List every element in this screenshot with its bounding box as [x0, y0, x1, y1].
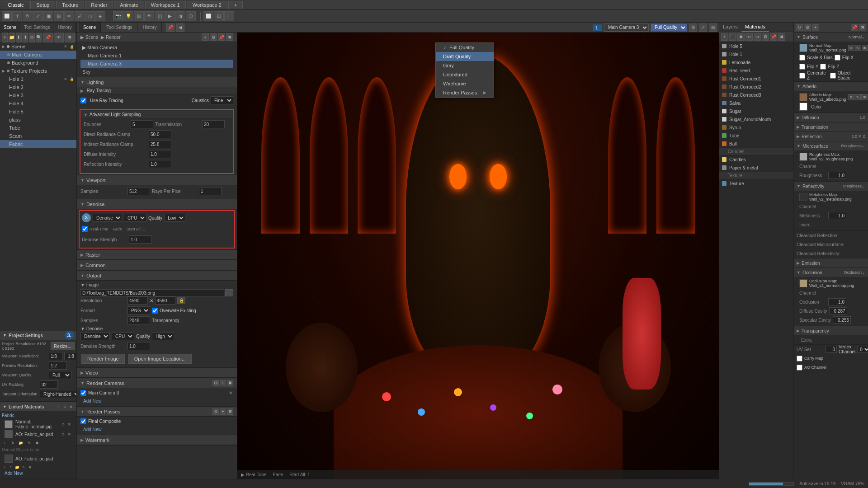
tool-paint[interactable]: 🖊	[75, 11, 85, 21]
mat-tool-2[interactable]: ⬛	[729, 33, 736, 41]
render-scene-close[interactable]: ✖	[226, 33, 233, 41]
output-header[interactable]: ▼ Output	[77, 271, 237, 281]
tab-texture[interactable]: Texture	[56, 1, 84, 9]
render-camera-checkbox[interactable]	[80, 390, 86, 396]
tree-item-glass[interactable]: glass	[0, 116, 76, 124]
render-scene-settings[interactable]: ⚙	[210, 33, 217, 41]
reflection-header[interactable]: ▶ Reflection 0.0 ✕ 0	[794, 132, 868, 141]
linked-mat-add[interactable]: +	[56, 404, 61, 409]
mat-edit[interactable]: ✎	[26, 440, 32, 446]
tree-item-lock[interactable]: 🔒	[69, 44, 75, 49]
open-image-location-btn[interactable]: Open Image Location...	[128, 354, 192, 364]
roughness-input[interactable]	[828, 172, 846, 179]
mat-tool-3[interactable]: ✖	[737, 33, 745, 41]
tool-rotate[interactable]: ↻	[23, 11, 33, 21]
normal-map-settings[interactable]: ⚙	[848, 45, 854, 51]
rays-input[interactable]	[199, 187, 222, 195]
center-collapse-btn[interactable]: ◀	[176, 23, 184, 32]
render-cameras-header[interactable]: ▼ Render Cameras ⚙ + ✖	[77, 378, 237, 388]
uv-set-input[interactable]	[826, 346, 837, 353]
tab-add[interactable]: +	[228, 1, 243, 9]
mat-tool-1[interactable]: +	[721, 33, 728, 41]
mat-item-rust2[interactable]: Rust Corroded2	[719, 83, 793, 91]
mat-item-tube[interactable]: Tube	[719, 131, 793, 140]
scene-settings[interactable]: ⚙	[29, 33, 35, 42]
hole1-visible[interactable]: 👁	[63, 76, 68, 82]
tree-item-hole5[interactable]: Hole 5	[0, 108, 76, 116]
render-cam-main[interactable]: ▶ Main Camera	[80, 43, 233, 52]
output-res-w[interactable]	[127, 296, 148, 305]
output-res-h[interactable]	[155, 296, 175, 305]
tool-snap[interactable]: ⊞	[54, 11, 64, 21]
watermark-header[interactable]: ▶ Watermark	[77, 435, 237, 445]
mat-item-hole5[interactable]: Hole 5	[719, 42, 793, 50]
mat-item-paper-metal[interactable]: Paper & metal	[719, 164, 793, 172]
linked-mat-close[interactable]: ✖	[68, 404, 74, 409]
transparency-header[interactable]: ▶ Transparency	[794, 326, 868, 335]
mat-remove[interactable]: ✖	[34, 440, 40, 446]
render-cameras-settings[interactable]: ⚙	[212, 380, 219, 386]
tool-erase[interactable]: ◻	[85, 11, 95, 21]
linked-mat-settings[interactable]: ⚙	[62, 404, 67, 409]
viewport-quality-select[interactable]: Full	[49, 371, 71, 379]
albedo-settings[interactable]: ⚙	[848, 94, 854, 100]
quality-untextured[interactable]: Untextured	[436, 70, 494, 79]
occlusion-input[interactable]	[828, 298, 846, 305]
scene-folder[interactable]: 📁	[9, 33, 15, 42]
viewport[interactable]: ✓ Full Quality Draft Quality Gray Untext…	[237, 33, 719, 479]
mat-tool-4[interactable]: ↩	[745, 33, 753, 41]
ao-folder[interactable]: 📁	[14, 465, 20, 470]
tree-item-hole2[interactable]: Hole 2	[0, 83, 76, 91]
output-path-input[interactable]	[80, 289, 224, 296]
video-header[interactable]: ▶ Video	[77, 368, 237, 378]
tool-view[interactable]: 👁	[144, 11, 154, 21]
denoise-select[interactable]: Denoise	[93, 214, 122, 222]
viewport-settings-btn[interactable]: ⚙	[689, 23, 697, 32]
normal-map-edit[interactable]: ✎	[855, 45, 861, 51]
quality-wireframe[interactable]: Wireframe	[436, 79, 494, 88]
metalness-input[interactable]	[828, 212, 846, 219]
center-tab-tool-settings[interactable]: Tool Settings	[102, 23, 137, 32]
mat-item-sugar-mouth[interactable]: Sugar_AroundMouth	[719, 115, 793, 123]
props-settings[interactable]: ⚙	[804, 24, 811, 31]
mat-item-lemonade[interactable]: Lemonade	[719, 58, 793, 66]
occlusion-header[interactable]: ▼ Occlusion Occlusion⌄	[794, 268, 868, 277]
render-scene-add[interactable]: +	[202, 33, 209, 41]
tangent-select[interactable]: Right-Handed	[40, 390, 77, 398]
viewport-header[interactable]: ▼ Viewport	[77, 175, 237, 185]
tool-render[interactable]: ▶	[165, 11, 175, 21]
mat-tool-6[interactable]: ⚙	[762, 33, 769, 41]
tree-item-hole1[interactable]: Hole 1 👁 🔒	[0, 75, 76, 83]
samples-input[interactable]	[127, 187, 150, 195]
mat-row-ao2[interactable]: AO: Fabric_ao.psd	[2, 454, 75, 464]
flip-y-checkbox[interactable]	[799, 64, 805, 70]
tab-workspace1[interactable]: Workspace 1	[145, 1, 186, 9]
render-cameras-add2[interactable]: +	[220, 380, 226, 386]
indirect-radiance-input[interactable]	[149, 140, 171, 148]
left-tab-scene[interactable]: Scene	[0, 23, 20, 32]
output-path-browse[interactable]: ...	[225, 289, 233, 296]
object-space-checkbox[interactable]	[830, 73, 836, 79]
mat-tool-8[interactable]: ✖	[778, 33, 785, 41]
output-format-select[interactable]: PNG	[127, 306, 150, 314]
tree-item-main-camera[interactable]: Main Camera	[0, 51, 76, 59]
mat-row-ao[interactable]: AO: Fabric_ao.psd ⚙ ✖	[2, 429, 75, 439]
generate-z-checkbox[interactable]	[799, 73, 805, 79]
tree-item-background[interactable]: Background	[0, 59, 76, 67]
output-denoise-quality-select[interactable]: High	[152, 332, 174, 340]
props-pin[interactable]: 📌	[851, 24, 858, 31]
diffuse-intensity-input[interactable]	[149, 150, 171, 158]
direct-radiance-input[interactable]	[149, 130, 171, 138]
quality-gray[interactable]: Gray	[436, 61, 494, 70]
denoise-header[interactable]: ▼ Denoise	[77, 199, 237, 209]
render-cam-3[interactable]: Main Camera 3	[80, 60, 233, 68]
ao-refresh[interactable]: ↻	[8, 465, 14, 470]
scene-search[interactable]: 🔍	[36, 33, 42, 42]
mat-add-map[interactable]: +	[2, 440, 7, 446]
render-passes-close[interactable]: ✖	[227, 408, 233, 415]
render-cam-1[interactable]: Main Camera 1	[80, 52, 233, 60]
denoise-realtime-checkbox[interactable]	[82, 226, 88, 232]
advanced-light-header[interactable]: ▼ Advanced Light Sampling	[82, 111, 232, 118]
mat-item-syrup[interactable]: Syrup	[719, 123, 793, 131]
viewport-res-input[interactable]	[49, 352, 62, 360]
